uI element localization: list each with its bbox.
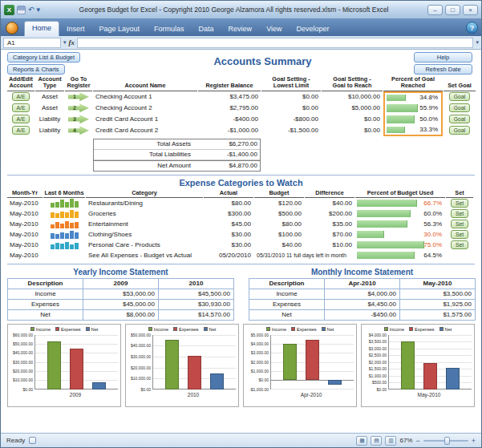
account-type: Asset: [35, 103, 64, 114]
spark-bar: [60, 232, 64, 239]
zoom-level[interactable]: 67%: [399, 437, 412, 444]
expense-set-button[interactable]: Set: [451, 209, 468, 218]
chart-bar-net: [446, 368, 459, 389]
legend-label: Net: [327, 327, 334, 332]
go-to-register-button[interactable]: 4: [68, 126, 89, 135]
expense-set-button[interactable]: Set: [451, 230, 468, 239]
set-goal-button[interactable]: Goal: [449, 126, 470, 135]
expense-actual: $30.00: [204, 229, 253, 240]
title-bar: X ↶ ▾ Georges Budget for Excel - Copyrig…: [1, 1, 481, 18]
y-tick-label: $3,000.00: [369, 346, 387, 351]
ribbon-tab-home[interactable]: Home: [24, 21, 59, 36]
expense-set-button[interactable]: Set: [451, 240, 468, 249]
refresh-date-button[interactable]: Refresh Date: [414, 64, 472, 75]
set-goal-button[interactable]: Goal: [449, 115, 470, 123]
insert-function-icon[interactable]: fx: [69, 38, 75, 46]
register-balance: -$1,000.00: [198, 125, 261, 136]
normal-view-icon[interactable]: ▦: [356, 436, 367, 446]
page-layout-view-icon[interactable]: ▤: [371, 436, 382, 446]
budget-data-bar: [357, 252, 415, 259]
close-button[interactable]: ×: [463, 5, 478, 15]
help-icon[interactable]: ?: [466, 22, 478, 34]
ribbon-tab-page-layout[interactable]: Page Layout: [92, 22, 148, 36]
expense-actual: $30.00: [204, 240, 253, 250]
add-edit-account-button[interactable]: A/E: [12, 126, 30, 135]
expense-footer-percent-cell: 64.5%: [355, 250, 445, 260]
quick-access-dropdown-icon[interactable]: ▾: [37, 6, 41, 14]
chart-y-axis: -$1,000.00$0.00$1,000.00$2,000.00$3,000.…: [246, 335, 270, 389]
page-break-view-icon[interactable]: ▥: [385, 436, 396, 446]
expense-set-button[interactable]: Set: [451, 199, 468, 208]
legend-label: Income: [390, 327, 404, 332]
office-button[interactable]: [6, 22, 18, 34]
totals-label: Total Assets: [94, 140, 197, 147]
legend-item: Income: [266, 327, 286, 332]
ribbon-tab-review[interactable]: Review: [221, 22, 260, 36]
goal-data-bar: [387, 104, 418, 112]
expense-header-cell: Difference: [305, 189, 354, 198]
go-to-register-cell: 2: [65, 103, 92, 114]
name-box-dropdown-icon[interactable]: ▾: [63, 39, 67, 46]
last-6-months-chart: [51, 209, 79, 218]
help-button[interactable]: Help: [414, 52, 472, 63]
add-edit-account-button[interactable]: A/E: [12, 115, 30, 123]
expense-set-cell: Set: [446, 198, 473, 208]
y-tick-label: $1,500.00: [369, 366, 387, 371]
last-6-months-chart: [51, 240, 79, 249]
y-tick-label: $3,500.00: [369, 339, 387, 344]
percent-of-budget: 60.0%: [423, 210, 442, 217]
set-goal-button[interactable]: Goal: [449, 103, 470, 112]
zoom-in-icon[interactable]: +: [472, 437, 476, 445]
legend-item: Income: [30, 327, 51, 332]
legend-swatch: [266, 327, 270, 331]
accounts-header-cell: Add/Edit Account: [7, 76, 34, 91]
go-to-register-button[interactable]: 1: [68, 92, 89, 101]
zoom-slider-thumb[interactable]: [444, 437, 450, 445]
y-tick-label: $2,000.00: [251, 360, 269, 365]
zoom-slider[interactable]: [423, 440, 468, 442]
spark-bar: [60, 244, 64, 249]
minimize-button[interactable]: –: [427, 5, 443, 15]
category-list-budget-button[interactable]: Category List & Budget: [7, 52, 80, 63]
maximize-button[interactable]: □: [445, 5, 460, 15]
set-goal-button[interactable]: Goal: [449, 92, 470, 101]
y-tick-label: $4,000.00: [369, 333, 387, 337]
last-6-months-chart: [51, 230, 79, 239]
expense-header-cell: Percent of Budget Used: [355, 189, 445, 198]
save-icon[interactable]: [17, 6, 26, 14]
macro-record-icon[interactable]: [29, 437, 36, 444]
name-box[interactable]: A1: [3, 38, 61, 48]
add-edit-account-button[interactable]: A/E: [12, 103, 30, 112]
budget-data-bar: [357, 210, 411, 217]
statement-header-cell: Description: [8, 279, 83, 289]
expense-month: May-2010: [7, 198, 43, 208]
formula-bar-expand-icon[interactable]: ▾: [476, 39, 479, 46]
expense-footer-percent: 64.5%: [423, 252, 442, 259]
ribbon-tab-view[interactable]: View: [259, 22, 289, 36]
reports-charts-button[interactable]: Reports & Charts: [7, 64, 65, 75]
undo-icon[interactable]: ↶: [28, 6, 34, 14]
legend-item: Net: [439, 327, 452, 332]
expense-difference: $40.00: [305, 198, 354, 208]
formula-input[interactable]: [77, 38, 473, 48]
totals-label: Total Liabilities: [94, 151, 197, 158]
chart-bar-expenses: [423, 363, 436, 389]
register-number: 2: [68, 103, 81, 112]
spark-bar: [75, 232, 79, 239]
expense-set-button[interactable]: Set: [451, 220, 468, 228]
chart-x-label: 2009: [10, 392, 118, 398]
ribbon-tab-data[interactable]: Data: [192, 22, 221, 36]
statement-header-cell: Apr-2010: [325, 279, 400, 289]
zoom-out-icon[interactable]: −: [415, 437, 419, 445]
chart-bar-expenses: [188, 356, 200, 389]
ribbon-tab-formulas[interactable]: Formulas: [147, 22, 192, 36]
expense-category: Entertainment: [86, 219, 203, 229]
expense-set-cell: Set: [446, 219, 473, 229]
go-to-register-button[interactable]: 2: [68, 103, 89, 112]
ribbon-tab-developer[interactable]: Developer: [289, 22, 336, 36]
add-edit-account-button[interactable]: A/E: [12, 92, 30, 101]
statement-row-label: Income: [249, 289, 325, 300]
statement-chart-apr-2010: IncomeExpensesNet-$1,000.00$0.00$1,000.0…: [243, 324, 357, 407]
go-to-register-button[interactable]: 3: [68, 115, 89, 123]
ribbon-tab-insert[interactable]: Insert: [59, 22, 92, 36]
